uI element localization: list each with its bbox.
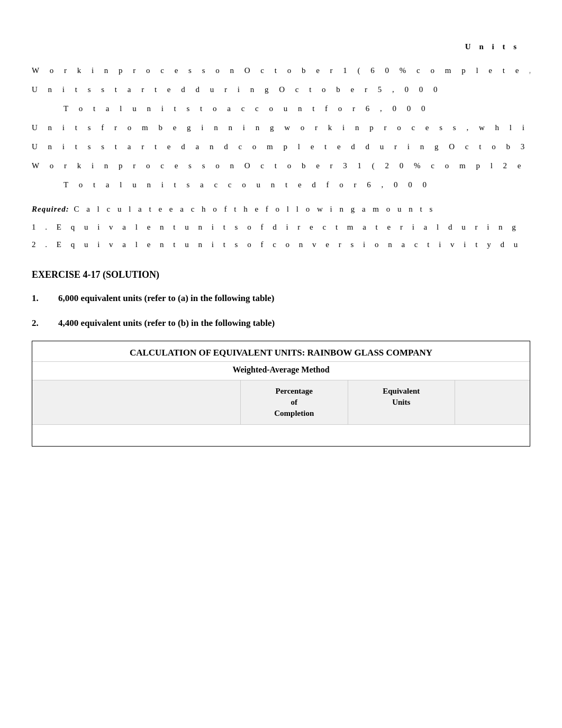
table-col-2-header: Percentage of Completion [241,380,348,424]
problem-line-5: U n i t s s t a r t e d a n d c o m p l … [32,137,530,156]
table-body-empty [32,425,530,446]
problem-line-4: U n i t s f r o m b e g i n n i n g w o … [32,118,530,137]
numbered-item-1-text: 1 . E q u i v a l e n t u n i t s o f d … [32,223,520,231]
problem-section: W o r k i n p r o c e s s o n O c t o b … [32,61,530,194]
numbered-item-2-text: 2 . E q u i v a l e n t u n i t s o f c … [32,240,521,249]
problem-line-3: T o t a l u n i t s t o a c c o u n t f … [32,99,530,118]
col2-line1: Percentage [275,387,313,395]
solution-section: EXERCISE 4-17 (SOLUTION) 1. 6,000 equiva… [32,269,530,330]
col3-header-text: Equivalent Units [383,387,420,406]
solution-item-2-number: 2. [32,316,58,330]
solution-item-1-text: 6,000 equivalent units (refer to (a) in … [58,291,274,305]
line-3-text: T o t a l u n i t s t o a c c o u n t f … [64,104,430,113]
header-units: U n i t s [32,42,530,51]
col3-line2: Units [392,398,410,406]
table-title: CALCULATION OF EQUIVALENT UNITS: RAINBOW… [32,341,530,362]
solution-item-2: 2. 4,400 equivalent units (refer to (b) … [32,316,530,330]
line-4-text: U n i t s f r o m b e g i n n i n g w o … [32,123,530,132]
required-line: Required: C a l c u l a t e e a c h o f … [32,199,530,219]
line-5-text: U n i t s s t a r t e d a n d c o m p l … [32,142,530,151]
line-7-text: T o t a l u n i t s a c c o u n t e d f … [64,180,431,189]
solution-item-2-text: 4,400 equivalent units (refer to (b) in … [58,316,275,330]
table-col-3-header: Equivalent Units [348,380,456,424]
numbered-item-2: 2 . E q u i v a l e n t u n i t s o f c … [32,236,530,253]
problem-line-6: W o r k i n p r o c e s s o n O c t o b … [32,156,530,175]
col2-header-text: Percentage of Completion [274,387,314,417]
problem-line-7: T o t a l u n i t s a c c o u n t e d f … [32,175,530,194]
line-6-text: W o r k i n p r o c e s s o n O c t o b … [32,161,530,170]
solution-item-1-number: 1. [32,291,58,305]
solution-header: EXERCISE 4-17 (SOLUTION) [32,269,530,280]
units-label: U n i t s [465,42,520,51]
problem-line-2: U n i t s s t a r t e d d u r i n g O c … [32,80,530,99]
required-text: C a l c u l a t e e a c h o f t h e f o … [69,205,436,213]
table-col-1-header [32,380,241,424]
numbered-item-1: 1 . E q u i v a l e n t u n i t s o f d … [32,219,530,236]
col3-line1: Equivalent [383,387,420,395]
table-col-4-header [455,380,530,424]
required-label: Required: [32,205,69,213]
solution-item-1: 1. 6,000 equivalent units (refer to (a) … [32,291,530,305]
table-header-row: Percentage of Completion Equivalent Unit… [32,380,530,425]
page-container: U n i t s W o r k i n p r o c e s s o n … [0,21,562,468]
table-subtitle: Weighted-Average Method [32,362,530,380]
line-2-text: U n i t s s t a r t e d d u r i n g O c … [32,85,441,94]
problem-line-1: W o r k i n p r o c e s s o n O c t o b … [32,61,530,80]
col2-line3: Completion [274,409,314,417]
col2-line2: of [291,398,298,406]
table-section: CALCULATION OF EQUIVALENT UNITS: RAINBOW… [32,341,530,447]
line-1-text: W o r k i n p r o c e s s o n O c t o b … [32,66,530,75]
